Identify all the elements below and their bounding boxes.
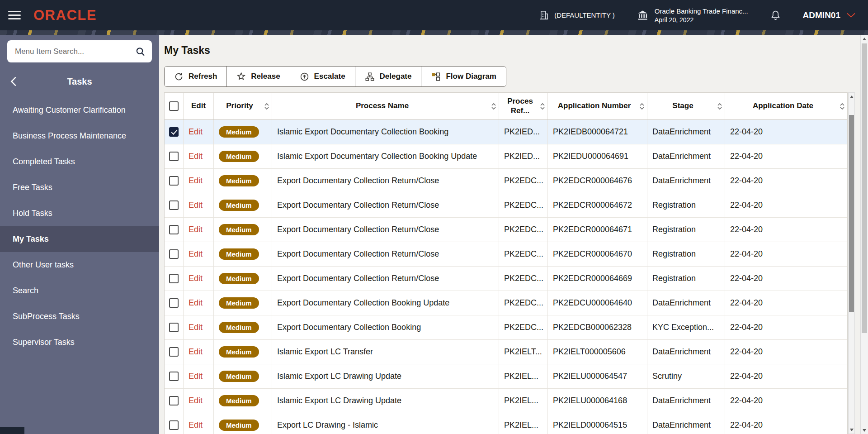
cell-select: [165, 169, 184, 193]
cell-application-date: 22-04-20: [725, 340, 847, 364]
row-checkbox[interactable]: [169, 127, 179, 137]
row-checkbox[interactable]: [169, 152, 179, 161]
cell-edit: Edit: [184, 364, 214, 388]
priority-badge: Medium: [219, 151, 259, 162]
oracle-logo: ORACLE: [33, 7, 97, 24]
cell-application-number: PK2EDCU000064640: [548, 291, 647, 315]
cell-application-date: 22-04-20: [725, 218, 847, 242]
cell-priority: Medium: [214, 340, 272, 364]
delegate-button[interactable]: Delegate: [355, 67, 422, 86]
cell-process-ref: PK2EDC...: [499, 242, 548, 266]
row-checkbox[interactable]: [169, 396, 179, 405]
sort-icon[interactable]: [839, 102, 845, 110]
scroll-down-arrow[interactable]: [849, 426, 854, 433]
header-cell-application-date: Application Date: [725, 93, 847, 119]
hamburger-menu-icon[interactable]: [8, 9, 21, 21]
back-chevron-icon[interactable]: [10, 76, 17, 87]
menu-search-input[interactable]: [7, 40, 152, 62]
row-checkbox[interactable]: [169, 372, 179, 381]
scroll-down-arrow[interactable]: [861, 427, 868, 434]
toolbar: Refresh Release Es: [164, 66, 506, 87]
select-all-checkbox[interactable]: [169, 101, 179, 111]
cell-application-date: 22-04-20: [725, 291, 847, 315]
row-checkbox[interactable]: [169, 347, 179, 357]
page-scrollbar[interactable]: [860, 35, 868, 434]
cell-process-name: Islamic Export LC Transfer: [272, 340, 499, 364]
row-checkbox[interactable]: [169, 274, 179, 283]
refresh-button[interactable]: Refresh: [165, 67, 227, 86]
scroll-up-arrow[interactable]: [849, 93, 854, 100]
priority-badge: Medium: [219, 200, 259, 211]
table-scrollbar-thumb[interactable]: [849, 115, 854, 312]
tasks-table: Edit Priority Process Name: [164, 92, 848, 434]
sidebar-item[interactable]: Search: [0, 278, 159, 304]
cell-stage: Registration: [647, 193, 725, 217]
sidebar-item[interactable]: Hold Tasks: [0, 200, 159, 226]
sidebar-item[interactable]: Free Tasks: [0, 175, 159, 200]
sidebar-item-label: Business Process Maintenance: [13, 131, 126, 141]
sort-icon[interactable]: [491, 102, 497, 110]
row-checkbox[interactable]: [169, 323, 179, 332]
app-info[interactable]: Oracle Banking Trade Financ... April 20,…: [637, 7, 748, 24]
table-row: Edit Medium Export Documentary Collectio…: [165, 218, 847, 242]
cell-priority: Medium: [214, 364, 272, 388]
sidebar-item[interactable]: Awaiting Customer Clarification: [0, 97, 159, 123]
edit-link[interactable]: Edit: [189, 176, 203, 186]
cell-edit: Edit: [184, 193, 214, 217]
edit-link[interactable]: Edit: [189, 225, 203, 234]
row-checkbox[interactable]: [169, 176, 179, 186]
edit-link[interactable]: Edit: [189, 274, 203, 283]
main-content: My Tasks Refresh Re: [159, 35, 860, 434]
page-scrollbar-thumb[interactable]: [862, 43, 867, 333]
header-cell-edit: Edit: [184, 93, 214, 119]
cell-priority: Medium: [214, 242, 272, 266]
sidebar-item[interactable]: Completed Tasks: [0, 149, 159, 175]
cell-process-ref: PK2IEL...: [499, 413, 548, 434]
sidebar-item[interactable]: My Tasks: [0, 226, 159, 252]
row-checkbox[interactable]: [169, 225, 179, 234]
cell-select: [165, 193, 184, 217]
sort-icon[interactable]: [539, 102, 546, 110]
sort-icon[interactable]: [639, 102, 645, 110]
header-cell-priority: Priority: [214, 93, 272, 119]
header-cell-process-name: Process Name: [272, 93, 499, 119]
cell-stage: DataEnrichment: [647, 389, 725, 413]
sidebar-item-label: SubProcess Tasks: [13, 312, 80, 321]
edit-link[interactable]: Edit: [189, 127, 203, 137]
notifications-bell-icon[interactable]: [770, 9, 781, 21]
edit-link[interactable]: Edit: [189, 420, 203, 430]
table-scrollbar[interactable]: [848, 92, 855, 434]
edit-link[interactable]: Edit: [189, 323, 203, 332]
search-icon[interactable]: [135, 46, 146, 57]
escalate-button[interactable]: Escalate: [290, 67, 355, 86]
row-checkbox[interactable]: [169, 249, 179, 259]
edit-link[interactable]: Edit: [189, 200, 203, 210]
edit-link[interactable]: Edit: [189, 396, 203, 405]
row-checkbox[interactable]: [169, 200, 179, 210]
scroll-up-arrow[interactable]: [861, 35, 868, 42]
priority-badge: Medium: [219, 395, 259, 406]
cell-process-ref: PK2IEL...: [499, 389, 548, 413]
edit-link[interactable]: Edit: [189, 152, 203, 161]
row-checkbox[interactable]: [169, 420, 179, 430]
priority-badge: Medium: [219, 224, 259, 235]
entity-selector[interactable]: (DEFAULTENTITY ): [539, 10, 615, 20]
sidebar-item[interactable]: SubProcess Tasks: [0, 304, 159, 329]
flow-diagram-button[interactable]: Flow Diagram: [421, 67, 505, 86]
sort-icon[interactable]: [264, 102, 270, 110]
user-menu[interactable]: ADMIN01: [803, 10, 856, 20]
cell-application-number: PK2EDCR000064671: [548, 218, 647, 242]
sort-icon[interactable]: [717, 102, 723, 110]
edit-link[interactable]: Edit: [189, 249, 203, 259]
sidebar-item[interactable]: Other User tasks: [0, 252, 159, 278]
edit-link[interactable]: Edit: [189, 372, 203, 381]
release-button[interactable]: Release: [227, 67, 290, 86]
row-checkbox[interactable]: [169, 298, 179, 308]
table-row: Edit Medium Islamic Export Documentary C…: [165, 144, 847, 169]
sidebar-item[interactable]: Business Process Maintenance: [0, 123, 159, 149]
sidebar: Tasks Awaiting Customer Clarification Bu…: [0, 35, 159, 434]
edit-link[interactable]: Edit: [189, 347, 203, 357]
edit-link[interactable]: Edit: [189, 298, 203, 308]
sidebar-item[interactable]: Supervisor Tasks: [0, 329, 159, 355]
cell-edit: Edit: [184, 413, 214, 434]
